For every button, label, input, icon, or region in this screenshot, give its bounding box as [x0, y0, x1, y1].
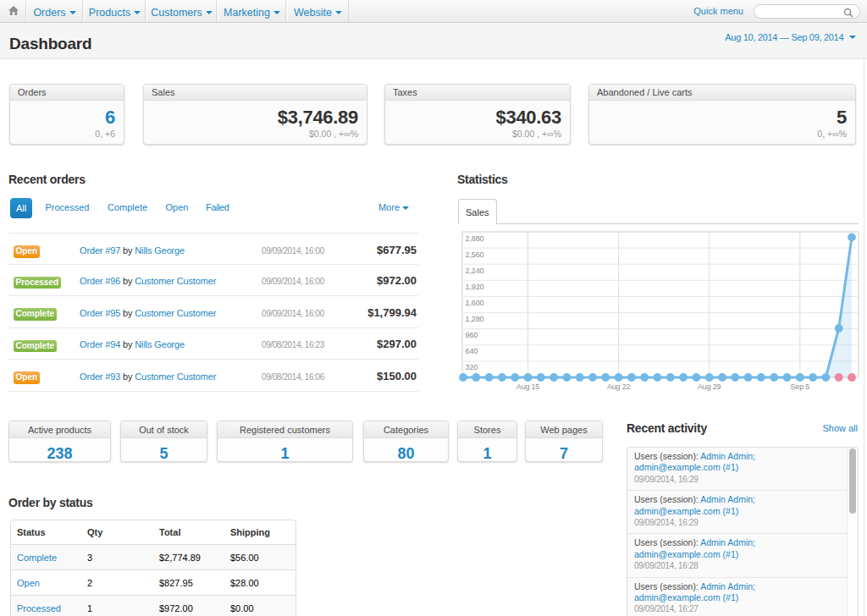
svg-text:1,600: 1,600: [466, 299, 484, 307]
svg-text:Aug 29: Aug 29: [698, 382, 721, 391]
svg-text:Sep 5: Sep 5: [791, 382, 810, 391]
svg-text:1,920: 1,920: [466, 283, 484, 291]
svg-text:320: 320: [466, 363, 478, 371]
svg-text:640: 640: [466, 347, 478, 355]
svg-text:1,280: 1,280: [466, 315, 484, 323]
svg-text:Aug 22: Aug 22: [607, 382, 631, 391]
svg-text:2,240: 2,240: [466, 267, 484, 275]
svg-text:2,880: 2,880: [466, 234, 484, 243]
svg-text:2,560: 2,560: [466, 250, 484, 259]
svg-text:960: 960: [466, 331, 478, 339]
svg-text:Aug 15: Aug 15: [516, 382, 540, 391]
